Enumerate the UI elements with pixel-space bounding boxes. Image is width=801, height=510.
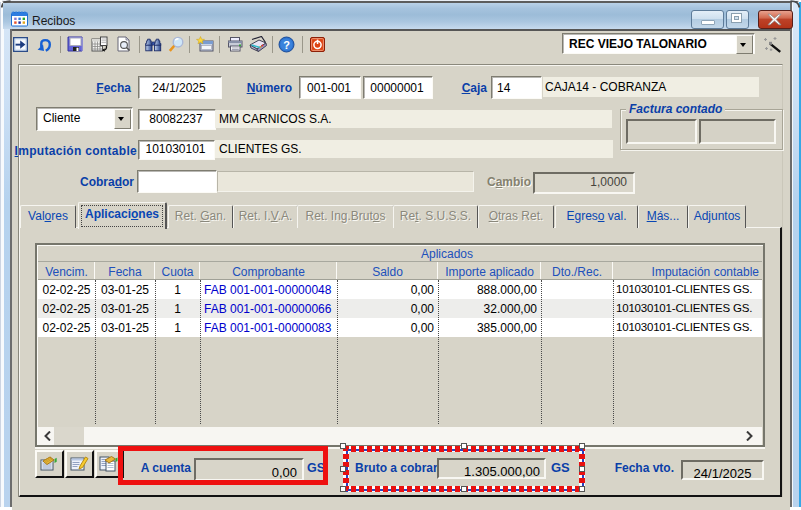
svg-text:?: ? <box>283 39 290 51</box>
